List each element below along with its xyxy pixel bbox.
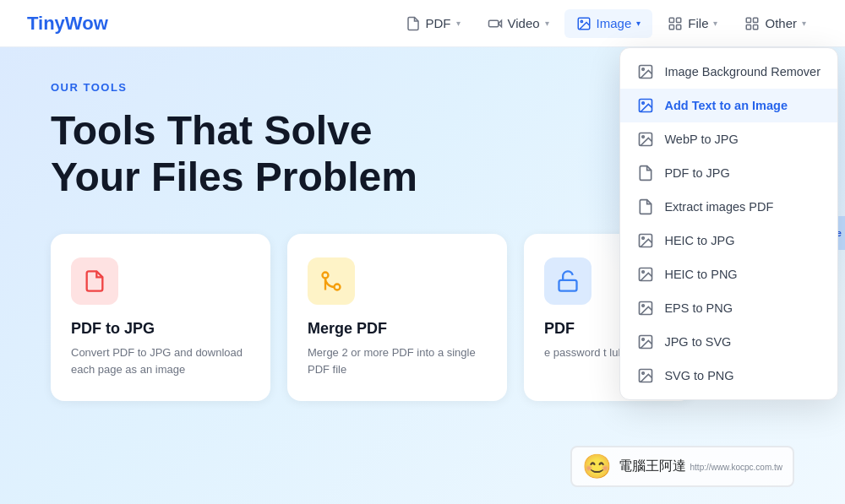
grid-icon-nav (744, 16, 760, 31)
dropdown-label-svg-png: SVG to PNG (664, 369, 733, 382)
svg-point-24 (642, 271, 645, 274)
chevron-pdf: ▾ (456, 19, 461, 28)
svg-point-12 (335, 285, 341, 290)
nav-label-file: File (688, 16, 708, 30)
file-icon-nav (668, 16, 683, 31)
dropdown-bg-remover-icon (637, 63, 654, 80)
nav-label-video: Video (508, 16, 540, 30)
svg-point-30 (642, 372, 645, 375)
pdf-icon (406, 16, 421, 31)
nav-label-image: Image (597, 16, 632, 30)
tool-card-pdf-to-jpg[interactable]: PDF to JPG Convert PDF to JPG and downlo… (51, 234, 270, 401)
svg-point-3 (581, 20, 582, 22)
svg-rect-9 (754, 18, 758, 22)
svg-point-28 (642, 339, 645, 341)
merge-pdf-desc: Merge 2 or more PDF into a single PDF fi… (308, 344, 487, 377)
dropdown-label-webp-jpg: WebP to JPG (664, 133, 738, 146)
watermark-site: 電腦王阿達 (619, 458, 686, 473)
dropdown-jpg-svg-icon (637, 333, 654, 350)
dropdown-extract-pdf-icon (637, 198, 654, 215)
dropdown-item-add-text[interactable]: Add Text to an Image (620, 89, 837, 122)
dropdown-label-extract-pdf: Extract images PDF (664, 200, 773, 214)
watermark-box: 😊 電腦王阿達 http://www.kocpc.com.tw (570, 446, 794, 487)
svg-point-13 (323, 273, 329, 279)
svg-rect-5 (677, 18, 681, 22)
dropdown-eps-png-icon (637, 300, 654, 317)
pdf-to-jpg-title: PDF to JPG (71, 320, 250, 338)
image-icon-nav (576, 16, 592, 31)
dropdown-item-pdf-jpg[interactable]: PDF to JPG (620, 156, 837, 190)
dropdown-label-pdf-jpg: PDF to JPG (664, 166, 729, 180)
hero-title-line2: Your Files Problem (51, 154, 417, 199)
svg-point-26 (642, 305, 645, 307)
dropdown-pdf-jpg-icon (637, 165, 654, 182)
pdf-to-jpg-icon (71, 257, 118, 305)
image-dropdown-overlay: Image Background Remover Add Text to an … (619, 47, 845, 400)
svg-rect-10 (747, 24, 751, 29)
dropdown-heic-jpg-icon (637, 232, 654, 249)
watermark-url: http://www.kocpc.com.tw (690, 463, 782, 472)
chevron-video: ▾ (545, 19, 549, 28)
chevron-other: ▾ (802, 19, 806, 28)
video-icon (488, 16, 503, 31)
hero-title: Tools That Solve Your Files Problem (51, 107, 541, 200)
watermark: 😊 電腦王阿達 http://www.kocpc.com.tw (570, 446, 794, 487)
dropdown-label-heic-jpg: HEIC to JPG (664, 234, 734, 247)
svg-point-22 (642, 237, 645, 240)
svg-point-16 (642, 68, 645, 71)
merge-pdf-icon (308, 257, 355, 305)
nav-items: PDF ▾ Video ▾ Image ▾ (394, 9, 818, 38)
nav-label-other: Other (765, 16, 797, 30)
merge-pdf-title: Merge PDF (308, 320, 487, 338)
dropdown-item-heic-jpg[interactable]: HEIC to JPG (620, 224, 837, 257)
chevron-image: ▾ (636, 19, 641, 28)
svg-rect-11 (754, 24, 758, 29)
chevron-file: ▾ (713, 19, 717, 28)
svg-point-18 (642, 102, 645, 105)
nav-item-other[interactable]: Other ▾ (733, 9, 818, 38)
dropdown-label-heic-png: HEIC to PNG (664, 268, 737, 281)
nav-label-pdf: PDF (426, 16, 451, 30)
nav-item-image[interactable]: Image ▾ (564, 9, 653, 38)
partial-card-icon (544, 257, 592, 305)
svg-rect-14 (559, 280, 577, 291)
logo[interactable]: TinyWow (27, 13, 108, 35)
dropdown-add-text-icon (637, 97, 654, 114)
dropdown-item-bg-remover[interactable]: Image Background Remover (620, 55, 837, 89)
dropdown-svg-png-icon (637, 367, 654, 384)
dropdown-label-eps-png: EPS to PNG (664, 301, 733, 315)
logo-suffix: Wow (65, 13, 108, 34)
svg-rect-7 (677, 24, 681, 29)
watermark-text: 電腦王阿達 http://www.kocpc.com.tw (619, 458, 782, 475)
svg-point-20 (642, 136, 645, 138)
svg-rect-6 (670, 24, 674, 29)
dropdown-item-extract-pdf[interactable]: Extract images PDF (620, 190, 837, 224)
svg-rect-4 (670, 18, 674, 22)
hero-title-line1: Tools That Solve (51, 108, 372, 153)
dropdown-item-svg-png[interactable]: SVG to PNG (620, 359, 837, 393)
navbar: TinyWow PDF ▾ Video ▾ (0, 0, 845, 47)
image-dropdown-menu: Image Background Remover Add Text to an … (619, 47, 838, 400)
logo-prefix: Tiny (27, 13, 65, 34)
watermark-face-icon: 😊 (582, 453, 612, 480)
dropdown-item-eps-png[interactable]: EPS to PNG (620, 291, 837, 325)
dropdown-label-bg-remover: Image Background Remover (664, 65, 820, 79)
nav-item-pdf[interactable]: PDF ▾ (394, 9, 472, 38)
svg-rect-8 (747, 18, 751, 22)
dropdown-webp-jpg-icon (637, 131, 654, 148)
nav-item-video[interactable]: Video ▾ (476, 9, 561, 38)
dropdown-item-webp-jpg[interactable]: WebP to JPG (620, 122, 837, 156)
dropdown-heic-png-icon (637, 266, 654, 283)
dropdown-item-heic-png[interactable]: HEIC to PNG (620, 257, 837, 291)
dropdown-label-add-text: Add Text to an Image (664, 99, 788, 112)
pdf-to-jpg-desc: Convert PDF to JPG and download each pag… (71, 344, 250, 377)
nav-item-file[interactable]: File ▾ (656, 9, 729, 38)
tool-card-merge-pdf[interactable]: Merge PDF Merge 2 or more PDF into a sin… (287, 234, 507, 401)
dropdown-label-jpg-svg: JPG to SVG (664, 335, 731, 349)
svg-rect-0 (488, 20, 498, 27)
dropdown-item-jpg-svg[interactable]: JPG to SVG (620, 325, 837, 359)
